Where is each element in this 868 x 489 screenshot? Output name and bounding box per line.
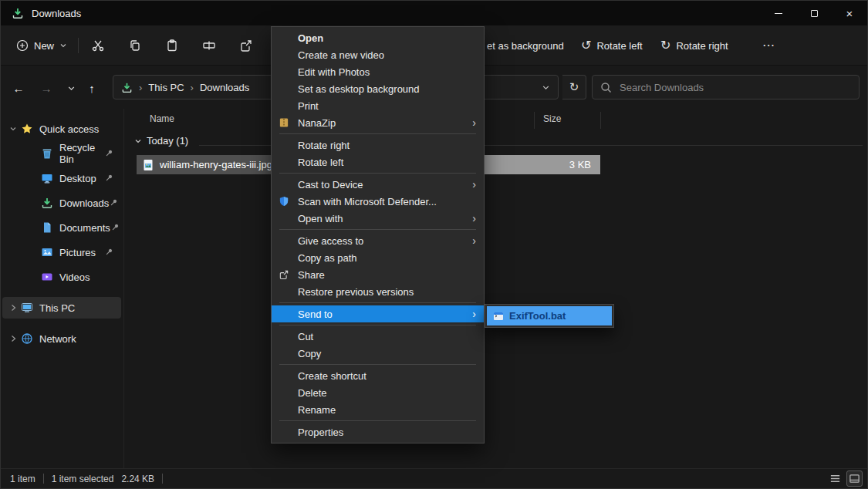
column-header-name[interactable]: Name <box>150 113 174 124</box>
menu-item-send-to[interactable]: Send to › <box>272 305 484 322</box>
image-file-icon <box>142 159 154 171</box>
menu-item-label: Set as desktop background <box>298 83 420 95</box>
sidebar-item-quick-access[interactable]: Quick access <box>2 118 121 140</box>
menu-item-create-shortcut[interactable]: Create shortcut <box>272 367 484 384</box>
minimize-button[interactable] <box>761 1 796 25</box>
menu-item-rotate-right[interactable]: Rotate right <box>272 137 484 153</box>
breadcrumb-chevron-icon: › <box>139 82 142 93</box>
maximize-icon <box>811 10 818 17</box>
menu-item-scan-with-microsoft-defender[interactable]: Scan with Microsoft Defender... <box>272 193 484 210</box>
window-title: Downloads <box>32 8 81 19</box>
menu-item-edit-with-photos[interactable]: Edit with Photos <box>272 63 484 80</box>
sidebar-item-documents[interactable]: Documents <box>2 217 121 238</box>
pictures-icon <box>41 246 53 258</box>
sidebar-item-downloads[interactable]: Downloads <box>2 192 121 214</box>
copy-icon <box>128 39 142 52</box>
menu-item-rotate-left[interactable]: Rotate left <box>272 153 484 170</box>
minimize-icon <box>775 13 782 14</box>
menu-item-cut[interactable]: Cut <box>272 328 484 345</box>
submenu-item-exiftool-bat[interactable]: ExifTool.bat <box>487 306 612 325</box>
refresh-button[interactable]: ↻ <box>562 75 586 99</box>
file-explorer-window: Downloads × New <box>0 0 868 489</box>
rotate-left-icon: ↺ <box>581 39 591 52</box>
menu-item-cast-to-device[interactable]: Cast to Device › <box>272 176 484 193</box>
menu-item-label: Cut <box>298 331 313 342</box>
sidebar-item-videos[interactable]: Videos <box>2 266 121 288</box>
rotate-right-button[interactable]: ↻ Rotate right <box>653 33 736 58</box>
share-icon <box>279 269 289 280</box>
share-button[interactable] <box>236 35 256 56</box>
menu-item-share[interactable]: Share <box>272 266 484 283</box>
sidebar-item-label: Network <box>39 333 76 345</box>
close-button[interactable]: × <box>832 1 867 25</box>
more-options-button[interactable]: ⋯ <box>758 35 778 56</box>
menu-item-delete[interactable]: Delete <box>272 384 484 401</box>
details-view-button[interactable] <box>827 470 843 487</box>
menu-item-label: Delete <box>298 387 327 399</box>
menu-item-rename[interactable]: Rename <box>272 401 484 418</box>
menu-item-copy-as-path[interactable]: Copy as path <box>272 249 484 266</box>
column-divider[interactable] <box>534 112 535 129</box>
sidebar-item-network[interactable]: Network <box>2 328 121 349</box>
thumbnail-view-button[interactable] <box>846 470 863 487</box>
sidebar-item-label: This PC <box>39 302 75 314</box>
search-icon <box>600 82 612 93</box>
copy-button[interactable] <box>125 35 145 56</box>
close-icon: × <box>846 7 853 20</box>
rename-button[interactable] <box>199 35 219 56</box>
menu-item-properties[interactable]: Properties <box>272 423 484 440</box>
maximize-button[interactable] <box>796 1 832 25</box>
sidebar-item-label: Recycle Bin <box>59 142 104 165</box>
paste-button[interactable] <box>162 35 182 56</box>
column-header-size[interactable]: Size <box>543 113 561 124</box>
up-button[interactable]: ↑ <box>82 78 102 98</box>
menu-item-open[interactable]: Open <box>272 29 484 46</box>
chevron-down-icon[interactable] <box>5 125 21 133</box>
search-input[interactable] <box>618 81 851 94</box>
menu-separator <box>279 173 476 174</box>
sidebar-item-this-pc[interactable]: This PC <box>2 297 121 319</box>
selected-size: 2.24 KB <box>121 474 154 484</box>
back-button[interactable]: ← <box>8 78 29 98</box>
group-header-today[interactable]: Today (1) <box>134 135 188 147</box>
sidebar-item-recycle-bin[interactable]: Recycle Bin <box>2 143 121 164</box>
menu-item-label: Copy as path <box>298 252 357 264</box>
rotate-right-icon: ↻ <box>660 39 670 52</box>
chevron-right-icon[interactable] <box>5 335 21 342</box>
set-as-background-button-clipped[interactable]: et as background <box>487 25 564 66</box>
nanazip-icon <box>279 117 289 128</box>
breadcrumb-chevron-icon: › <box>191 82 194 93</box>
menu-separator <box>279 133 476 134</box>
submenu-arrow-icon: › <box>472 309 476 319</box>
column-divider[interactable] <box>600 112 601 129</box>
cut-button[interactable] <box>88 35 108 56</box>
sidebar-item-desktop[interactable]: Desktop <box>2 167 121 189</box>
forward-button[interactable]: → <box>36 78 56 98</box>
search-box <box>592 75 860 99</box>
menu-item-open-with[interactable]: Open with › <box>272 210 484 227</box>
sidebar-item-pictures[interactable]: Pictures <box>2 241 121 263</box>
menu-item-give-access-to[interactable]: Give access to › <box>272 232 484 249</box>
rotate-left-button[interactable]: ↺ Rotate left <box>573 33 650 58</box>
menu-separator <box>279 229 476 230</box>
address-dropdown-icon[interactable] <box>542 83 550 92</box>
menu-item-set-as-desktop-background[interactable]: Set as desktop background <box>272 80 484 97</box>
menu-item-nanazip[interactable]: NanaZip › <box>272 114 484 131</box>
breadcrumb-downloads[interactable]: Downloads <box>200 82 249 93</box>
menu-item-label: Rotate right <box>298 140 350 151</box>
sidebar-item-label: Desktop <box>59 173 96 184</box>
history-dropdown-button[interactable] <box>61 78 81 98</box>
menu-item-create-a-new-video[interactable]: Create a new video <box>272 46 484 63</box>
item-count: 1 item <box>10 474 35 484</box>
menu-item-restore-previous-versions[interactable]: Restore previous versions <box>272 283 484 300</box>
new-button[interactable]: New <box>8 33 75 58</box>
menu-item-print[interactable]: Print <box>272 97 484 114</box>
menu-item-copy[interactable]: Copy <box>272 345 484 362</box>
pin-icon <box>104 248 113 257</box>
breadcrumb-this-pc[interactable]: This PC <box>148 82 184 93</box>
title-bar: Downloads × <box>1 1 867 25</box>
pin-icon <box>110 223 120 232</box>
chevron-right-icon[interactable] <box>5 304 21 312</box>
status-bar: 1 item 1 item selected 2.24 KB <box>1 468 867 488</box>
chevron-down-icon <box>134 137 142 145</box>
